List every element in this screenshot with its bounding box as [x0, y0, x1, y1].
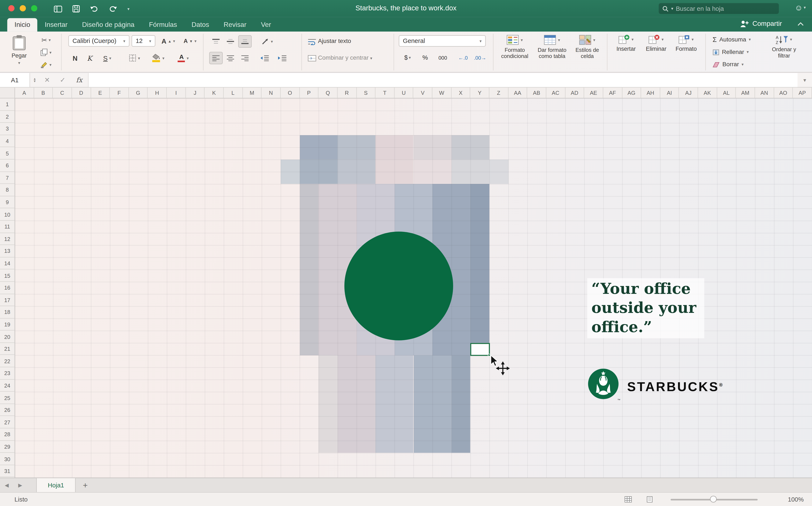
row-header-10[interactable]: 10: [0, 208, 15, 221]
row-header-25[interactable]: 25: [0, 392, 15, 404]
toolbar-options-chevron-icon[interactable]: ▾: [127, 7, 129, 11]
ribbon-tab-inicio[interactable]: Inicio: [7, 18, 37, 32]
align-center-button[interactable]: [224, 52, 237, 64]
insert-cells-button[interactable]: ▾ Insertar: [612, 32, 640, 71]
row-header-13[interactable]: 13: [0, 245, 15, 257]
row-header-27[interactable]: 27: [0, 416, 15, 429]
decrease-decimal-button[interactable]: .00→: [472, 52, 488, 63]
row-header-19[interactable]: 19: [0, 318, 15, 331]
column-header-AN[interactable]: AN: [755, 88, 774, 98]
share-button[interactable]: Compartir: [740, 20, 782, 27]
ribbon-tab-dise-o-de-p-gina[interactable]: Diseño de página: [75, 18, 142, 32]
fill-color-button[interactable]: ▾: [147, 52, 170, 64]
percent-format-button[interactable]: %: [418, 52, 432, 63]
column-header-AK[interactable]: AK: [698, 88, 717, 98]
column-header-U[interactable]: U: [395, 88, 414, 98]
column-header-S[interactable]: S: [357, 88, 376, 98]
row-header-24[interactable]: 24: [0, 380, 15, 392]
row-header-14[interactable]: 14: [0, 257, 15, 269]
column-header-P[interactable]: P: [300, 88, 319, 98]
italic-button[interactable]: K: [83, 52, 96, 64]
decrease-font-size-button[interactable]: A▼▾: [180, 35, 200, 47]
column-header-T[interactable]: T: [376, 88, 395, 98]
column-header-M[interactable]: M: [243, 88, 262, 98]
row-header-11[interactable]: 11: [0, 221, 15, 233]
format-as-table-button[interactable]: ▾ Dar formato como tabla: [534, 32, 570, 71]
column-header-L[interactable]: L: [224, 88, 243, 98]
borders-button[interactable]: ▾: [124, 52, 145, 64]
format-painter-button[interactable]: ▾: [37, 59, 55, 70]
starbucks-brand-block[interactable]: STARBUCKS® ™: [588, 368, 743, 405]
feedback-smiley-button[interactable]: ☺▾: [795, 3, 806, 12]
normal-view-icon[interactable]: [624, 496, 632, 502]
column-header-B[interactable]: B: [34, 88, 53, 98]
row-header-12[interactable]: 12: [0, 233, 15, 245]
column-header-AG[interactable]: AG: [622, 88, 641, 98]
selected-cell-outline[interactable]: [470, 343, 490, 356]
formula-input[interactable]: [88, 73, 797, 87]
row-header-26[interactable]: 26: [0, 404, 15, 416]
merge-center-button[interactable]: Combinar y centrar ▾: [308, 52, 372, 64]
column-header-AM[interactable]: AM: [736, 88, 755, 98]
align-middle-button[interactable]: [224, 35, 237, 48]
zoom-slider-thumb[interactable]: [710, 496, 717, 503]
font-size-combo[interactable]: 12▾: [131, 35, 156, 47]
column-header-Y[interactable]: Y: [471, 88, 490, 98]
row-header-31[interactable]: 31: [0, 465, 15, 478]
sheet-tab-hoja1[interactable]: Hoja1: [36, 478, 76, 492]
name-box[interactable]: A1: [0, 73, 30, 87]
row-header-7[interactable]: 7: [0, 172, 15, 184]
next-sheet-icon[interactable]: ▶: [13, 482, 27, 488]
column-header-H[interactable]: H: [148, 88, 167, 98]
column-header-AI[interactable]: AI: [660, 88, 679, 98]
row-header-17[interactable]: 17: [0, 294, 15, 306]
row-header-15[interactable]: 15: [0, 269, 15, 282]
add-sheet-button[interactable]: +: [83, 481, 88, 490]
undo-icon[interactable]: [90, 5, 98, 12]
row-header-18[interactable]: 18: [0, 306, 15, 319]
column-header-J[interactable]: J: [186, 88, 205, 98]
search-input[interactable]: ▾ Buscar en la hoja: [659, 3, 779, 14]
row-header-28[interactable]: 28: [0, 428, 15, 441]
column-header-AB[interactable]: AB: [527, 88, 546, 98]
column-header-N[interactable]: N: [262, 88, 281, 98]
column-header-D[interactable]: D: [72, 88, 91, 98]
select-all-corner[interactable]: [0, 88, 15, 98]
column-header-Q[interactable]: Q: [319, 88, 338, 98]
increase-indent-button[interactable]: [275, 52, 290, 64]
minimize-window-button[interactable]: [20, 5, 26, 11]
autosum-button[interactable]: Σ Autosuma▾: [713, 34, 751, 45]
row-header-20[interactable]: 20: [0, 331, 15, 343]
row-header-6[interactable]: 6: [0, 160, 15, 172]
row-header-22[interactable]: 22: [0, 355, 15, 367]
row-header-4[interactable]: 4: [0, 135, 15, 148]
column-header-G[interactable]: G: [129, 88, 148, 98]
column-header-W[interactable]: W: [432, 88, 451, 98]
paste-button[interactable]: Pegar ▾: [5, 32, 33, 71]
row-header-1[interactable]: 1: [0, 98, 15, 111]
row-header-2[interactable]: 2: [0, 111, 15, 123]
column-header-A[interactable]: A: [15, 88, 34, 98]
ribbon-tab-insertar[interactable]: Insertar: [37, 18, 75, 32]
column-header-K[interactable]: K: [205, 88, 224, 98]
redo-icon[interactable]: [109, 5, 117, 12]
ribbon-tab-f-rmulas[interactable]: Fórmulas: [142, 18, 184, 32]
row-header-29[interactable]: 29: [0, 441, 15, 453]
column-header-R[interactable]: R: [337, 88, 357, 98]
column-header-AO[interactable]: AO: [774, 88, 793, 98]
thousands-format-button[interactable]: 000: [434, 52, 451, 63]
align-left-button[interactable]: [209, 52, 223, 64]
save-icon[interactable]: [73, 5, 80, 12]
ribbon-tab-datos[interactable]: Datos: [184, 18, 216, 32]
column-header-C[interactable]: C: [53, 88, 72, 98]
sort-filter-button[interactable]: AZ▾ Ordenar y filtrar: [766, 32, 803, 71]
row-header-5[interactable]: 5: [0, 147, 15, 160]
underline-button[interactable]: S▾: [97, 52, 117, 64]
fill-button[interactable]: Rellenar▾: [713, 47, 749, 57]
number-format-combo[interactable]: General▾: [399, 35, 486, 47]
copy-button[interactable]: ▾: [37, 47, 55, 58]
currency-format-button[interactable]: $▾: [399, 52, 416, 63]
column-header-AA[interactable]: AA: [508, 88, 527, 98]
quote-text-box[interactable]: “Your officeoutside youroffice.”: [587, 278, 704, 338]
format-cells-button[interactable]: ▾ Formato: [672, 32, 700, 71]
